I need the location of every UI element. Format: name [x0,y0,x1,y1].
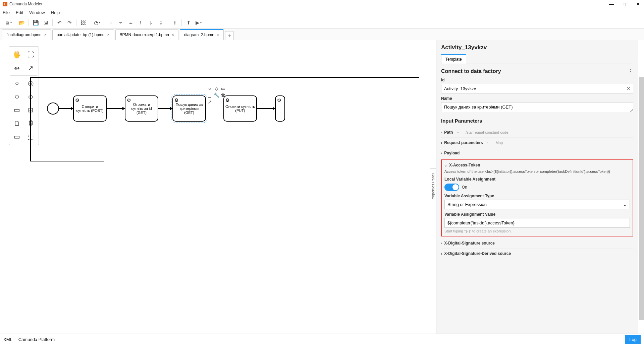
pad-event-icon[interactable]: ○ [207,85,213,91]
name-input[interactable] [441,102,633,112]
pool-top-border [30,77,419,78]
statusbar: XML Camunda Platform Log [0,334,644,345]
xsig-label: X-Digital-Signature source [444,241,495,246]
deploy-button[interactable]: ⬆ [184,18,193,27]
color-button[interactable]: ◔ [92,18,102,27]
tab-label: finalkdiagram.bpmn [6,32,42,37]
distribute-button[interactable]: ⫲ [170,18,179,27]
chevron-right-icon: › [441,242,442,245]
close-button[interactable]: ✕ [636,1,641,7]
menu-file[interactable]: File [3,10,10,15]
status-xml[interactable]: XML [3,337,12,342]
sequence-flow[interactable] [158,108,172,109]
close-icon[interactable]: × [107,32,110,37]
status-platform[interactable]: Camunda Platform [18,337,55,342]
task-search[interactable]: ⚙ Пошук даних за критеріями (GET) [172,95,206,122]
connect-tool-icon[interactable]: ↗ [24,61,37,75]
payload-section[interactable]: › Payload [441,151,633,155]
tab-2[interactable]: partialUpdate_bp (1).bpmn × [52,29,114,40]
menu-help[interactable]: Help [51,10,60,15]
close-icon[interactable]: × [172,32,174,37]
menu-edit[interactable]: Edit [16,10,23,15]
payload-label: Payload [444,151,460,155]
req-params-label: Request parameters [444,140,483,145]
run-button[interactable]: ▶ [194,18,203,27]
data-object-icon[interactable]: 🗋 [10,117,23,130]
undo-button[interactable]: ↶ [55,18,64,27]
tab-3[interactable]: BPMN-docx-excerpt1.bpmn × [115,29,178,40]
request-params-section[interactable]: › Request parameters ← Map [441,140,633,145]
id-input[interactable] [441,84,633,93]
align-right-button[interactable]: ⫠ [126,18,136,27]
sequence-flow[interactable] [257,108,275,109]
lva-value: On [462,185,467,190]
pad-task-icon[interactable]: ▭ [220,85,226,91]
maximize-button[interactable]: ◻ [623,1,628,7]
minimize-button[interactable]: — [609,1,614,7]
align-bottom-button[interactable]: ⫱ [156,18,166,27]
start-event-icon[interactable]: ○ [10,76,23,90]
pool-icon[interactable]: ▭ [10,130,23,143]
hand-tool-icon[interactable]: 🖐 [10,48,23,61]
lva-toggle[interactable] [444,184,459,191]
open-button[interactable]: 📂 [17,18,26,27]
section-menu-icon[interactable]: ⋮ [628,68,633,74]
sequence-flow[interactable] [59,108,73,109]
tab-1[interactable]: finalkdiagram.bpmn × [2,29,51,40]
vav-input[interactable]: ${completer('taskId').accessToken} [444,218,630,228]
new-file-button[interactable]: 🗎 [3,18,13,27]
scroll-thumb[interactable] [639,77,644,320]
start-event[interactable] [47,102,59,115]
close-icon[interactable]: × [44,32,47,37]
tab-template[interactable]: Template [441,54,466,64]
menu-window[interactable]: Window [29,10,45,15]
x-access-token-header[interactable]: ⌄ X-Access-Token [444,163,630,167]
xsig-section[interactable]: › X-Digital-Signature source [441,241,633,246]
vat-select[interactable]: String or Expression [444,200,630,209]
pad-gateway-icon[interactable]: ◇ [213,85,219,91]
properties-panel: Activity_13yvkzv Template Connect to dat… [436,40,638,334]
save-as-button[interactable]: 🖫 [41,18,50,27]
name-label: Name [441,96,633,101]
app-title: Camunda Modeler [9,2,43,6]
chevron-right-icon: › [441,151,442,155]
pad-connect-icon[interactable]: ↗ [207,99,213,105]
section-title: Connect to data factory [441,68,501,74]
lasso-tool-icon[interactable]: ⛶ [24,48,37,61]
align-center-button[interactable]: ⫟ [116,18,125,27]
task-get-by-id[interactable]: ⚙ Отримати сутніть за id (GET) [125,95,158,122]
x-access-token-section: ⌄ X-Access-Token Access token of the use… [441,159,633,236]
properties-panel-toggle[interactable]: Properties Panel [430,168,436,205]
app-icon: C [3,2,7,6]
pad-annotation-icon[interactable]: ⎯ [207,92,213,98]
align-top-button[interactable]: ⫯ [136,18,146,27]
log-button[interactable]: Log [625,335,641,344]
task-create[interactable]: ⚙ Створити сутність (POST) [73,95,107,122]
task-icon[interactable]: ▭ [10,103,23,117]
task-label: Пошук даних за критеріями (GET) [174,102,204,115]
end-event-icon[interactable]: ○ [10,90,23,103]
image-button[interactable]: 🖼 [78,18,88,27]
sequence-flow[interactable] [107,108,125,109]
tab-label: partialUpdate_bp (1).bpmn [57,32,105,37]
clear-icon[interactable]: ✕ [627,86,631,91]
service-task-icon: ⚙ [127,97,131,103]
pad-wrench-icon[interactable]: 🔧 [213,92,219,98]
service-task-icon: ⚙ [174,97,179,103]
space-tool-icon[interactable]: ⇹ [10,61,23,75]
save-button[interactable]: 💾 [31,18,40,27]
tab-4[interactable]: diagram_2.bpmn ○ [180,29,224,40]
xtoken-label: X-Access-Token [449,163,480,167]
redo-button[interactable]: ↷ [65,18,74,27]
align-left-button[interactable]: ⫞ [106,18,115,27]
task-update[interactable]: ⚙ Оновити сутність (PUT) [223,95,257,122]
scrollbar[interactable] [639,77,644,320]
path-section[interactable]: › Path ← /staff-equal-constant-code [441,130,633,135]
align-middle-button[interactable]: ⫰ [146,18,156,27]
canvas[interactable]: 🖐 ⛶ ⇹ ↗ ○ ◎ ○ ◇ ▭ ⊞ 🗋 🛢 [0,40,644,334]
xsigd-section[interactable]: › X-Digital-Signature-Derived source [441,251,633,256]
add-tab-button[interactable]: + [225,31,234,40]
task-next[interactable]: ⚙ [275,95,285,122]
service-task-icon: ⚙ [75,97,79,103]
dirty-icon[interactable]: ○ [217,32,219,37]
